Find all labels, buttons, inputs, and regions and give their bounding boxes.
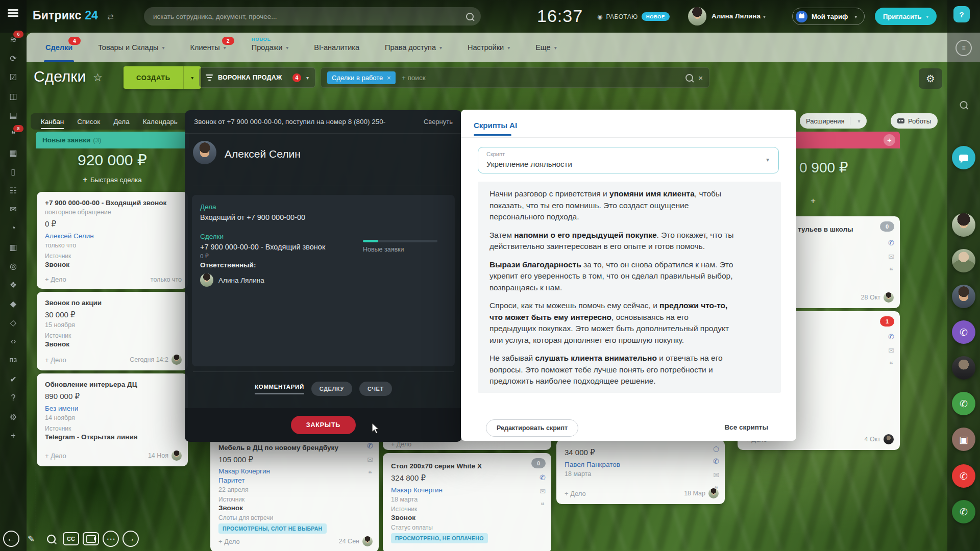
settings-icon[interactable]: ⚙ — [7, 411, 20, 422]
add-activity-link[interactable]: + Дело — [391, 441, 411, 448]
call-button-icon[interactable]: ✆ — [952, 320, 975, 344]
contact-link[interactable]: Алексей Селин — [45, 232, 180, 240]
deal-card[interactable]: Обновление интерьера ДЦ 890 000 ₽ Без им… — [37, 373, 188, 466]
drive-icon[interactable]: ☷ — [7, 185, 20, 196]
user-avatar[interactable] — [952, 356, 975, 380]
tasks-icon[interactable]: ☑ — [7, 71, 20, 83]
deal-title[interactable]: Звонок по акции — [45, 299, 180, 307]
deal-card[interactable]: Мебель в ДЦ по новому брендбуку 105 000 … — [210, 434, 379, 551]
deals-search-field[interactable]: Сделки в работе× × — [321, 67, 709, 88]
search-icon[interactable] — [685, 74, 693, 82]
nav-item-7[interactable]: Настройки▾ — [468, 33, 510, 62]
mail-icon[interactable]: ✉ — [888, 253, 894, 261]
phone-icon[interactable]: ✆ — [888, 333, 894, 341]
add-activity-link[interactable]: + Дело — [45, 452, 66, 460]
calendar-icon[interactable]: ▦ — [7, 147, 20, 158]
settings-gear-button[interactable]: ⚙ — [919, 68, 942, 89]
favorite-star-icon[interactable]: ☆ — [93, 71, 103, 84]
phone-icon[interactable]: ✆ — [540, 473, 546, 482]
menu-icon[interactable] — [8, 9, 18, 11]
add-activity-link[interactable]: + Дело — [45, 276, 66, 283]
work-status[interactable]: ◉ РАБОТАЮ НОВОЕ — [597, 12, 670, 21]
chat-icon[interactable]: ❝ — [889, 266, 893, 274]
analytics-icon[interactable]: ▥ — [7, 241, 20, 253]
tab-invoice[interactable]: СЧЕТ — [359, 382, 392, 396]
media-button-icon[interactable]: ▣ — [952, 428, 975, 451]
tab-comment[interactable]: КОММЕНТАРИЙ — [255, 384, 304, 394]
global-search[interactable] — [144, 7, 481, 26]
tune-icon[interactable]: ⇄ — [107, 12, 114, 21]
mail-icon[interactable]: ✉ — [367, 456, 373, 464]
user-avatar[interactable] — [952, 249, 975, 272]
phone-icon[interactable]: ✆ — [888, 239, 894, 247]
company-link[interactable]: Паритет — [218, 477, 371, 484]
employees-icon[interactable]: ◫ — [7, 90, 20, 102]
close-call-button[interactable]: ЗАКРЫТЬ — [291, 416, 356, 434]
search-icon[interactable] — [960, 101, 968, 111]
nav-item-8[interactable]: Еще▾ — [535, 33, 557, 62]
deal-title[interactable]: Обновление интерьера ДЦ — [45, 381, 180, 388]
app-logo[interactable]: Битрикс 24 — [33, 9, 98, 22]
call-button-icon[interactable]: ✆ — [952, 464, 975, 488]
close-icon[interactable]: × — [387, 74, 391, 82]
deal-title[interactable]: +7 900 000-00-00 - Входящий звонок — [45, 199, 180, 207]
nav-item-2[interactable]: Товары и Склады▾ — [98, 33, 164, 62]
nav-item-1[interactable]: Сделки4 — [45, 33, 72, 62]
deal-card[interactable]: Стол 200х70 серия White X 324 800 ₽ Мака… — [383, 453, 551, 551]
documents-icon[interactable]: ▯ — [7, 166, 20, 177]
video-icon[interactable]: ◎ — [7, 260, 20, 271]
deal-title[interactable]: Стол 200х70 серия White X — [391, 462, 529, 470]
tariff-button[interactable]: Мой тариф ▾ — [792, 8, 865, 25]
nav-item-5[interactable]: BI-аналитика — [314, 33, 359, 62]
add-icon[interactable]: + — [7, 430, 20, 441]
user-avatar[interactable] — [952, 213, 975, 237]
chat-icon[interactable]: ❝ — [368, 469, 372, 478]
mail-icon[interactable]: ✉ — [888, 346, 894, 355]
chat-icon[interactable]: ❝ — [889, 360, 893, 368]
kanban-column-header[interactable]: Новые заявки (3) — [36, 132, 189, 148]
deal-card[interactable]: 34 000 ₽ Павел Панкратов 18 марта + Дело… — [556, 440, 725, 504]
live-feed-icon[interactable]: ≋6 — [7, 34, 20, 45]
call-button-icon[interactable]: ✆ — [952, 392, 975, 415]
chat-icon[interactable]: ❝ — [714, 485, 718, 493]
tab-scripts-ai[interactable]: Скрипты AI — [474, 121, 517, 130]
help-icon[interactable]: ? — [7, 392, 20, 404]
view-tab-4[interactable]: Календарь — [143, 118, 178, 126]
chat-icon[interactable]: ❝ — [541, 501, 545, 509]
activity-item[interactable]: Входящий от +7 900 000-00-00 — [200, 213, 447, 221]
user-avatar[interactable] — [952, 285, 975, 308]
extensions-button[interactable]: Расширения ▾ — [800, 113, 867, 129]
catalog-icon[interactable]: ❖ — [7, 279, 20, 290]
draw-button[interactable]: ✎ — [23, 531, 39, 547]
nav-item-3[interactable]: Клиенты▾2 — [190, 33, 226, 62]
add-activity-link[interactable]: + Дело — [218, 538, 240, 545]
contact-link[interactable]: Макар Кочергин — [391, 486, 543, 494]
mail-icon[interactable]: ✉ — [540, 487, 546, 495]
messenger-button-icon[interactable] — [952, 146, 975, 169]
script-select[interactable]: Скрипт Укрепление лояльности ▾ — [478, 147, 779, 173]
wallet-icon[interactable]: ▤ — [7, 109, 20, 120]
deal-card[interactable]: +7 900 000-00-00 - Входящий звонок повто… — [37, 192, 188, 289]
funnel-filter-button[interactable]: ВОРОНКА ПРОДАЖ 4 ▾ — [199, 67, 315, 88]
filter-tag[interactable]: Сделки в работе× — [327, 71, 396, 84]
sync-icon[interactable]: ⟳ — [7, 53, 20, 64]
mail-icon[interactable]: ✉ — [713, 471, 719, 479]
collapse-link[interactable]: Свернуть — [424, 118, 453, 126]
marketing-icon[interactable]: ◇ — [7, 317, 20, 328]
tab-deal[interactable]: СДЕЛКУ — [311, 382, 352, 396]
add-deal-icon[interactable]: + — [884, 134, 895, 146]
deal-title[interactable]: Мебель в ДЦ по новому брендбуку — [218, 444, 371, 452]
mail-icon[interactable]: ✉ — [7, 204, 20, 215]
edit-script-button[interactable]: Редактировать скрипт — [486, 419, 578, 437]
clock[interactable]: 16:37 — [537, 6, 583, 26]
support-chat-icon[interactable]: ≡ — [955, 40, 972, 56]
deals-search-input[interactable] — [401, 73, 680, 82]
more-button[interactable]: ⋯ — [103, 531, 119, 547]
create-button[interactable]: СОЗДАТЬ ▾ — [124, 66, 201, 89]
invite-button[interactable]: Пригласить▾ — [875, 8, 937, 25]
call-button-icon[interactable]: ✆ — [952, 500, 975, 523]
stage-progress[interactable]: Новые заявки — [363, 240, 437, 253]
back-button[interactable]: ← — [3, 531, 19, 547]
contact-link[interactable]: Без имени — [45, 405, 180, 412]
cc-button[interactable]: CC — [63, 532, 79, 545]
